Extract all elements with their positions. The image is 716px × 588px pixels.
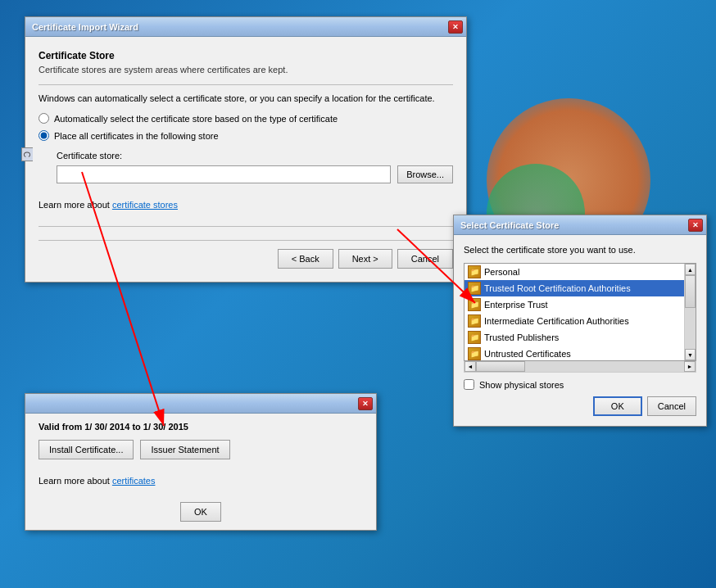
cert-ok-row: OK [39,502,363,522]
store-icon-intermediate: 📁 [468,314,481,328]
store-icon-personal: 📁 [468,265,481,278]
side-tab-c: C [21,147,33,161]
h-scroll-left[interactable]: ◄ [464,361,476,372]
store-icon-trusted-pub: 📁 [468,331,481,344]
valid-to-date: 1/ 30/ 2015 [143,422,188,432]
cert-store-field-label: Certificate store: [57,151,453,161]
store-item-personal[interactable]: 📁 Personal [464,264,684,280]
store-name-trusted-pub: Trusted Publishers [484,332,559,342]
valid-from-text: Valid from 1/ 30/ 2014 to 1/ 30/ 2015 [39,422,363,432]
cert-stores-link[interactable]: certificate stores [112,200,178,210]
place-all-option[interactable]: Place all certificates in the following … [39,130,453,141]
cert-store-dialog: Select Certificate Store ✕ Select the ce… [453,215,707,427]
issuer-statement-button[interactable]: Issuer Statement [140,440,229,459]
back-button[interactable]: < Back [278,249,333,269]
store-icon-untrusted: 📁 [468,347,481,360]
cert-bottom-buttons: Install Certificate... Issuer Statement [39,440,363,459]
valid-from-date: 1/ 30/ 2014 [84,422,129,432]
h-scroll-right[interactable]: ► [684,361,696,372]
dialog-ok-button[interactable]: OK [593,396,642,416]
store-item-enterprise[interactable]: 📁 Enterprise Trust [464,296,684,313]
dialog-content: Select the certificate store you want to… [454,235,706,426]
show-physical-row: Show physical stores [464,379,696,390]
wizard-titlebar: Certificate Import Wizard ✕ [25,17,466,37]
wizard-close-btn[interactable]: ✕ [448,20,463,34]
scroll-track [685,275,696,349]
store-icon-enterprise: 📁 [468,298,481,311]
wizard-auto-desc: Windows can automatically select a certi… [39,93,453,103]
install-cert-button[interactable]: Install Certificate... [39,440,134,459]
cert-learn-more-text: Learn more about [39,476,112,486]
dialog-close-btn[interactable]: ✕ [688,219,703,232]
store-item-intermediate[interactable]: 📁 Intermediate Certification Authorities [464,313,684,329]
place-all-radio[interactable] [39,130,49,141]
scroll-up-arrow[interactable]: ▲ [685,264,696,275]
to-label: to [132,422,140,432]
show-physical-label: Show physical stores [479,380,564,390]
wizard-learn-more: Learn more about certificate stores [39,200,453,210]
dialog-titlebar: Select Certificate Store ✕ [454,215,706,235]
place-all-label: Place all certificates in the following … [54,131,219,141]
wizard-content: Certificate Store Certificate stores are… [25,37,466,282]
store-name-trusted-root: Trusted Root Certification Authorities [484,283,631,293]
learn-more-text: Learn more about [39,200,112,210]
dialog-desc: Select the certificate store you want to… [464,245,696,255]
scroll-thumb [685,275,696,308]
cert-bottom-controls: ✕ [358,397,373,410]
store-name-untrusted: Untrusted Certificates [484,349,571,359]
dialog-title: Select Certificate Store [460,220,559,230]
wizard-section-title: Certificate Store [39,50,453,61]
scroll-down-arrow[interactable]: ▼ [685,349,696,360]
h-scrollbar[interactable]: ◄ ► [464,361,696,373]
auto-select-label: Automatically select the certificate sto… [54,114,338,124]
valid-from-label: Valid from [39,422,82,432]
store-icon-trusted-root: 📁 [468,282,481,295]
certificates-link[interactable]: certificates [112,476,156,486]
wizard-controls: ✕ [448,20,463,34]
dialog-cancel-button[interactable]: Cancel [647,396,696,416]
auto-select-option[interactable]: Automatically select the certificate sto… [39,113,453,124]
desktop: Certificate Import Wizard ✕ Certificate … [0,0,716,588]
store-list-scrollbar[interactable]: ▲ ▼ [684,264,696,360]
h-scroll-track [476,361,684,372]
wizard-radio-group: Automatically select the certificate sto… [39,113,453,141]
store-name-personal: Personal [484,267,519,277]
wizard-divider-top [39,84,453,85]
cert-import-wizard: Certificate Import Wizard ✕ Certificate … [25,16,467,283]
wizard-divider-bottom [39,226,453,227]
store-item-trusted-root[interactable]: 📁 Trusted Root Certification Authorities [464,280,684,296]
cert-learn-more: Learn more about certificates [39,476,363,486]
dialog-footer: OK Cancel [464,396,696,416]
cert-bottom-window: ✕ Valid from 1/ 30/ 2014 to 1/ 30/ 2015 … [25,393,377,531]
store-item-untrusted[interactable]: 📁 Untrusted Certificates [464,346,684,360]
cert-bottom-close[interactable]: ✕ [358,397,373,410]
store-name-intermediate: Intermediate Certification Authorities [484,316,629,326]
wizard-section-desc: Certificate stores are system areas wher… [39,65,453,75]
next-button[interactable]: Next > [338,249,392,269]
cancel-button[interactable]: Cancel [397,249,453,269]
store-name-enterprise: Enterprise Trust [484,300,548,310]
store-list-container: 📁 Personal 📁 Trusted Root Certification … [464,263,696,361]
cert-store-input[interactable] [57,165,391,183]
cert-bottom-content: Valid from 1/ 30/ 2014 to 1/ 30/ 2015 In… [25,414,376,530]
store-item-trusted-pub[interactable]: 📁 Trusted Publishers [464,329,684,346]
cert-ok-button[interactable]: OK [180,502,221,522]
h-scroll-thumb [476,361,525,372]
wizard-title: Certificate Import Wizard [32,22,138,32]
auto-select-radio[interactable] [39,113,49,124]
browse-button[interactable]: Browse... [397,165,453,183]
cert-store-input-row: Browse... [57,165,453,183]
cert-bottom-titlebar: ✕ [25,394,376,414]
show-physical-checkbox[interactable] [464,379,474,390]
store-list[interactable]: 📁 Personal 📁 Trusted Root Certification … [464,264,684,360]
wizard-footer: < Back Next > Cancel [39,240,453,269]
